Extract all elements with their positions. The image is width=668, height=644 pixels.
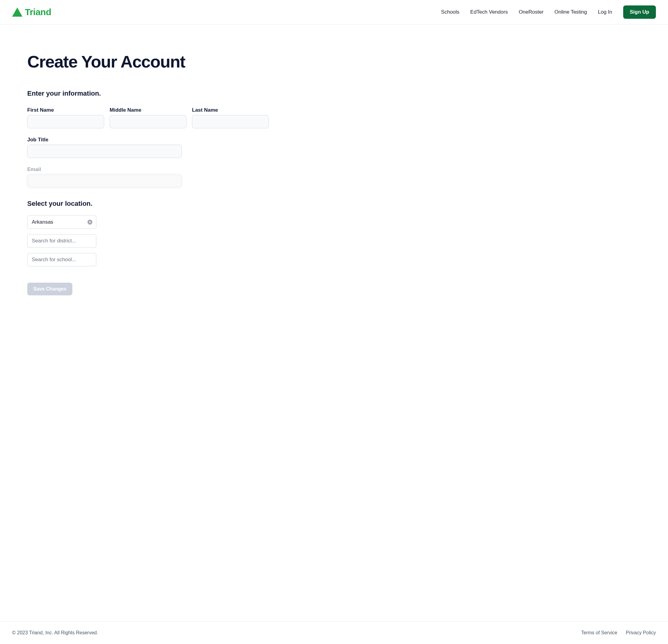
save-changes-button[interactable]: Save Changes xyxy=(27,283,72,295)
job-title-group: Job Title xyxy=(27,137,641,158)
footer: © 2023 Triand, Inc. All Rights Reserved.… xyxy=(0,621,668,644)
last-name-group: Last Name xyxy=(192,107,269,128)
nav-online-testing[interactable]: Online Testing xyxy=(555,9,587,15)
middle-name-group: Middle Name xyxy=(110,107,186,128)
school-search-input[interactable] xyxy=(27,253,96,266)
nav-oneroster[interactable]: OneRoster xyxy=(519,9,544,15)
footer-privacy-link[interactable]: Privacy Policy xyxy=(626,630,656,635)
first-name-label: First Name xyxy=(27,107,104,113)
header: Triand Schools EdTech Vendors OneRoster … xyxy=(0,0,668,25)
footer-terms-link[interactable]: Terms of Service xyxy=(581,630,617,635)
job-title-input[interactable] xyxy=(27,145,182,158)
state-select[interactable]: Arkansas xyxy=(27,216,96,229)
state-select-value: Arkansas xyxy=(32,219,53,225)
last-name-input[interactable] xyxy=(192,115,269,128)
signup-button[interactable]: Sign Up xyxy=(623,5,656,19)
logo[interactable]: Triand xyxy=(12,7,51,17)
email-group: Email xyxy=(27,167,641,188)
first-name-input[interactable] xyxy=(27,115,104,128)
top-nav: Schools EdTech Vendors OneRoster Online … xyxy=(441,5,656,19)
nav-login[interactable]: Log In xyxy=(598,9,612,15)
first-name-group: First Name xyxy=(27,107,104,128)
email-input xyxy=(27,174,182,188)
footer-links: Terms of Service Privacy Policy xyxy=(581,630,656,635)
brand-name: Triand xyxy=(25,7,51,17)
location-heading: Select your location. xyxy=(27,200,641,208)
last-name-label: Last Name xyxy=(192,107,269,113)
info-heading: Enter your information. xyxy=(27,90,641,97)
job-title-label: Job Title xyxy=(27,137,182,143)
triangle-icon xyxy=(12,7,22,17)
middle-name-label: Middle Name xyxy=(110,107,186,113)
main-content: Create Your Account Enter your informati… xyxy=(0,25,668,621)
name-row: First Name Middle Name Last Name xyxy=(27,107,641,128)
district-search-input[interactable] xyxy=(27,234,96,248)
middle-name-input[interactable] xyxy=(110,115,186,128)
footer-copyright: © 2023 Triand, Inc. All Rights Reserved. xyxy=(12,630,98,635)
email-label: Email xyxy=(27,167,182,173)
nav-schools[interactable]: Schools xyxy=(441,9,459,15)
nav-edtech-vendors[interactable]: EdTech Vendors xyxy=(470,9,508,15)
clear-state-icon[interactable] xyxy=(88,220,92,224)
page-title: Create Your Account xyxy=(27,52,641,72)
